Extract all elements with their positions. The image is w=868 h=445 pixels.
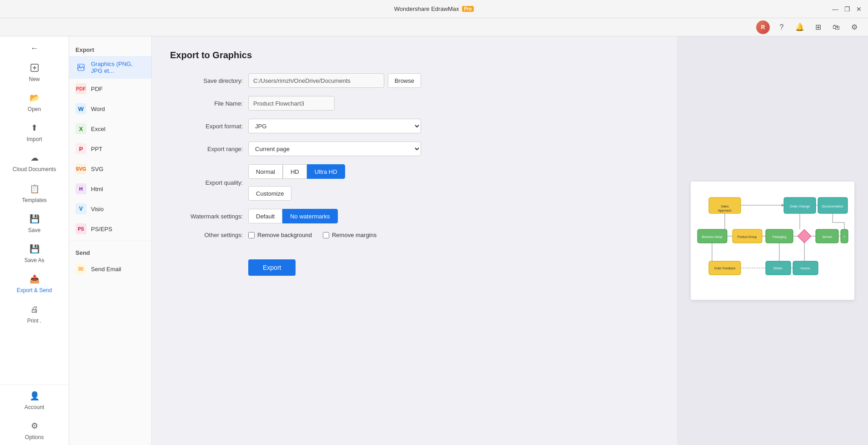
word-label: Word <box>91 106 105 112</box>
watermark-row: Watermark settings: Default No watermark… <box>170 209 659 223</box>
close-button[interactable]: ✕ <box>855 5 863 13</box>
sidebar-item-templates[interactable]: 📋 Templates <box>0 178 69 208</box>
apps-icon[interactable]: ⊞ <box>812 21 824 34</box>
sidebar-label-templates: Templates <box>22 197 47 203</box>
maximize-button[interactable]: ❐ <box>843 5 851 13</box>
customize-wrapper: Customize <box>248 182 421 201</box>
visio-icon: V <box>75 203 86 214</box>
export-range-select[interactable]: Current page All pages Selected objects <box>248 142 421 156</box>
store-icon[interactable]: 🛍 <box>830 21 843 34</box>
sidebar-label-account: Account <box>25 404 44 410</box>
remove-margins-input[interactable] <box>323 232 329 238</box>
export-range-control: Current page All pages Selected objects <box>248 142 421 156</box>
ppt-icon: P <box>75 143 86 154</box>
open-icon: 📂 <box>28 91 41 104</box>
export-btn-wrapper: Export <box>170 247 659 276</box>
export-section-label: Export <box>69 40 151 56</box>
sidebar-item-print[interactable]: 🖨 Print . <box>0 298 69 329</box>
settings-icon[interactable]: ⚙ <box>848 21 861 34</box>
titlebar: Wondershare EdrawMax Pro — ❐ ✕ <box>0 0 868 18</box>
pdf-label: PDF <box>91 86 103 92</box>
svg-text:Deliver: Deliver <box>773 267 783 270</box>
panel-item-graphics[interactable]: Graphics (PNG, JPG et... <box>69 56 151 79</box>
avatar[interactable]: R <box>756 20 770 34</box>
remove-background-input[interactable] <box>248 232 255 238</box>
notification-icon[interactable]: 🔔 <box>793 21 806 34</box>
sidebar-label-print: Print . <box>27 318 41 324</box>
panel-item-send-email[interactable]: ✉ Send Email <box>69 259 151 279</box>
graphics-label: Graphics (PNG, JPG et... <box>91 61 145 74</box>
excel-label: Excel <box>91 126 105 132</box>
pro-badge: Pro <box>462 6 474 12</box>
help-icon[interactable]: ? <box>775 21 788 34</box>
print-icon: 🖨 <box>28 303 41 316</box>
quality-normal-btn[interactable]: Normal <box>248 164 283 179</box>
app-title: Wondershare EdrawMax Pro <box>394 5 474 12</box>
customize-btn[interactable]: Customize <box>248 186 291 201</box>
sidebar-item-import[interactable]: ⬆ Import <box>0 117 69 147</box>
export-quality-row: Export quality: Normal HD Ultra HD Custo… <box>170 164 659 201</box>
left-nav: ← New 📂 Open ⬆ Import ☁ Cloud Documents <box>0 36 69 445</box>
new-icon <box>28 61 41 74</box>
preview-area: Sales Approach Order Change Documentatio… <box>677 36 868 445</box>
panel-item-excel[interactable]: X Excel <box>69 119 151 139</box>
watermark-label: Watermark settings: <box>170 213 243 220</box>
svg-text:Product Group: Product Group <box>738 235 757 239</box>
ppt-label: PPT <box>91 146 102 152</box>
svg-text:Approach: Approach <box>718 209 732 212</box>
sidebar-label-new: New <box>29 76 40 82</box>
sidebar-item-export[interactable]: 📤 Export & Send <box>0 268 69 299</box>
remove-margins-checkbox[interactable]: Remove margins <box>323 232 376 238</box>
panel-item-ppt[interactable]: P PPT <box>69 139 151 159</box>
sidebar-label-import: Import <box>26 136 42 142</box>
cloud-icon: ☁ <box>28 152 41 164</box>
sidebar-label-cloud: Cloud Documents <box>13 166 56 173</box>
remove-background-checkbox[interactable]: Remove background <box>248 232 312 238</box>
sidebar-item-back[interactable]: ← <box>0 40 69 57</box>
quality-ultra-hd-btn[interactable]: Ultra HD <box>307 164 345 179</box>
send-section-label: Send <box>69 243 151 259</box>
save-directory-row: Save directory: Browse <box>170 73 659 88</box>
sidebar-item-account[interactable]: 👤 Account <box>0 385 69 415</box>
watermark-control: Default No watermarks <box>248 209 421 223</box>
save-as-icon: 💾 <box>28 243 41 255</box>
quality-hd-btn[interactable]: HD <box>283 164 307 179</box>
panel-item-pseps[interactable]: PS PS/EPS <box>69 219 151 239</box>
main-layout: ← New 📂 Open ⬆ Import ☁ Cloud Documents <box>0 36 868 445</box>
pseps-icon: PS <box>75 223 86 234</box>
sidebar-item-open[interactable]: 📂 Open <box>0 87 69 117</box>
file-name-input[interactable] <box>248 96 335 111</box>
import-icon: ⬆ <box>28 121 41 134</box>
checkbox-group: Remove background Remove margins <box>248 232 421 238</box>
nav-bottom: 👤 Account ⚙ Options <box>0 384 69 445</box>
export-format-select[interactable]: JPG PNG BMP GIF SVG PDF <box>248 119 421 133</box>
panel-item-word[interactable]: W Word <box>69 99 151 119</box>
svg-label: SVG <box>91 166 103 172</box>
middle-panel: Export Graphics (PNG, JPG et... PDF PDF … <box>69 36 152 445</box>
browse-button[interactable]: Browse <box>388 73 421 88</box>
watermark-default-btn[interactable]: Default <box>248 209 282 223</box>
html-icon: H <box>75 183 86 194</box>
svg-marker-20 <box>798 229 811 243</box>
page-title: Export to Graphics <box>170 50 659 61</box>
sidebar-label-options: Options <box>25 434 44 440</box>
panel-item-pdf[interactable]: PDF PDF <box>69 79 151 99</box>
sidebar-item-options[interactable]: ⚙ Options <box>0 415 69 445</box>
svg-text:Order Feedback: Order Feedback <box>714 267 736 270</box>
export-button[interactable]: Export <box>248 259 296 276</box>
email-icon: ✉ <box>75 263 86 274</box>
sidebar-item-save[interactable]: 💾 Save <box>0 208 69 238</box>
sidebar-item-cloud[interactable]: ☁ Cloud Documents <box>0 147 69 178</box>
panel-item-html[interactable]: H Html <box>69 179 151 199</box>
watermark-none-btn[interactable]: No watermarks <box>282 209 337 223</box>
svg-text:Order Change: Order Change <box>790 205 810 208</box>
minimize-button[interactable]: — <box>832 5 839 13</box>
svg-text:Service: Service <box>822 235 832 238</box>
svg-text:Packaging: Packaging <box>773 235 787 239</box>
sidebar-item-save-as[interactable]: 💾 Save As <box>0 238 69 268</box>
panel-item-visio[interactable]: V Visio <box>69 199 151 219</box>
other-settings-row: Other settings: Remove background Remove… <box>170 232 659 238</box>
save-directory-input[interactable] <box>248 73 384 88</box>
sidebar-item-new[interactable]: New <box>0 57 69 87</box>
panel-item-svg[interactable]: SVG SVG <box>69 159 151 179</box>
